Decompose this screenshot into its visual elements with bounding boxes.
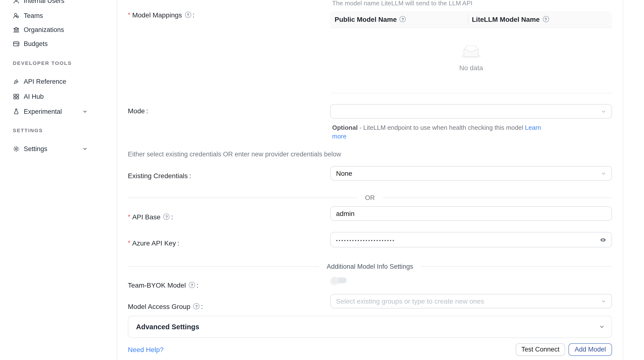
azure-api-key-label: * Azure API Key : bbox=[128, 239, 179, 247]
model-access-group-select[interactable]: Select existing groups or type to create… bbox=[330, 294, 612, 308]
chevron-down-icon bbox=[599, 324, 605, 330]
mode-help-text: Optional - LiteLLM endpoint to use when … bbox=[332, 124, 541, 140]
model-access-group-label: Model Access Group ? : bbox=[128, 302, 203, 310]
api-base-label: * API Base ? : bbox=[128, 212, 173, 221]
help-circle-icon[interactable]: ? bbox=[542, 16, 549, 22]
chevron-down-icon bbox=[601, 109, 606, 114]
api-base-input[interactable]: admin bbox=[330, 206, 612, 221]
model-mappings-table: Public Model Name ? LiteLLM Model Name ?… bbox=[330, 11, 612, 94]
plug-icon bbox=[12, 78, 20, 85]
empty-inbox-icon bbox=[461, 45, 481, 58]
content-right-divider bbox=[623, 0, 623, 360]
existing-credentials-value: None bbox=[336, 170, 352, 177]
required-asterisk: * bbox=[128, 213, 130, 220]
sidebar-item-experimental[interactable]: Experimental bbox=[0, 104, 116, 119]
help-circle-icon[interactable]: ? bbox=[193, 303, 200, 310]
help-circle-icon[interactable]: ? bbox=[189, 282, 195, 288]
credentials-note: Either select existing credentials OR en… bbox=[128, 150, 341, 158]
grid-icon bbox=[12, 93, 20, 100]
help-circle-icon[interactable]: ? bbox=[185, 12, 191, 18]
sidebar-item-internal-users[interactable]: Internal Users bbox=[0, 0, 116, 8]
flask-icon bbox=[12, 108, 20, 115]
table-header: Public Model Name ? LiteLLM Model Name ? bbox=[330, 11, 612, 28]
team-byok-toggle[interactable] bbox=[330, 276, 347, 284]
user-icon bbox=[12, 0, 20, 4]
users-icon bbox=[12, 12, 20, 19]
chevron-down-icon bbox=[601, 171, 606, 176]
sidebar-item-budgets[interactable]: Budgets bbox=[0, 36, 116, 51]
azure-api-key-input[interactable]: •••••••••••••••••••••• bbox=[330, 232, 612, 248]
sidebar-item-ai-hub[interactable]: AI Hub bbox=[0, 89, 116, 104]
sidebar: Internal Users Teams Organizations Budge… bbox=[0, 0, 117, 360]
advanced-settings-panel[interactable]: Advanced Settings bbox=[128, 316, 612, 338]
chevron-down-icon bbox=[601, 298, 606, 304]
sidebar-item-label: API Reference bbox=[24, 78, 66, 85]
sidebar-item-label: Experimental bbox=[24, 108, 62, 115]
additional-settings-divider: Additional Model Info Settings bbox=[128, 262, 612, 270]
existing-credentials-label: Existing Credentials : bbox=[128, 172, 191, 180]
or-divider: OR bbox=[128, 194, 612, 202]
sidebar-item-label: AI Hub bbox=[24, 93, 44, 100]
test-connect-button[interactable]: Test Connect bbox=[516, 343, 565, 356]
column-divider bbox=[468, 14, 468, 24]
bank-icon bbox=[12, 26, 20, 34]
sidebar-item-organizations[interactable]: Organizations bbox=[0, 22, 116, 37]
sidebar-item-label: Teams bbox=[24, 12, 43, 19]
credit-card-icon bbox=[12, 40, 20, 48]
need-help-link[interactable]: Need Help? bbox=[128, 346, 164, 354]
mode-select[interactable] bbox=[330, 104, 612, 119]
no-data-text: No data bbox=[459, 64, 483, 72]
masked-password-value: •••••••••••••••••••••• bbox=[336, 236, 395, 243]
toggle-knob bbox=[330, 276, 338, 284]
sidebar-section-developer-tools: DEVELOPER TOOLS bbox=[13, 60, 72, 68]
add-model-button[interactable]: Add Model bbox=[568, 343, 612, 356]
sidebar-item-label: Internal Users bbox=[24, 0, 64, 4]
help-circle-icon[interactable]: ? bbox=[164, 214, 170, 220]
chevron-down-icon bbox=[82, 109, 88, 114]
required-asterisk: * bbox=[128, 239, 130, 246]
sidebar-item-label: Settings bbox=[24, 145, 48, 152]
required-asterisk: * bbox=[128, 11, 130, 18]
advanced-settings-title: Advanced Settings bbox=[136, 323, 199, 331]
mode-label: Mode : bbox=[128, 106, 148, 115]
column-litellm-model-name: LiteLLM Model Name ? bbox=[468, 11, 549, 27]
sidebar-item-api-reference[interactable]: API Reference bbox=[0, 74, 116, 89]
model-name-help-text: The model name LiteLLM will send to the … bbox=[332, 0, 472, 7]
sidebar-item-label: Budgets bbox=[24, 40, 48, 48]
model-access-group-placeholder: Select existing groups or type to create… bbox=[336, 297, 484, 305]
app-viewport: Internal Users Teams Organizations Budge… bbox=[0, 0, 644, 360]
eye-icon[interactable] bbox=[599, 236, 607, 243]
sidebar-item-teams[interactable]: Teams bbox=[0, 8, 116, 23]
learn-more-link[interactable]: Learn bbox=[525, 124, 541, 131]
team-byok-label: Team-BYOK Model ? : bbox=[128, 281, 198, 289]
column-public-model-name: Public Model Name ? bbox=[330, 11, 468, 27]
sidebar-item-settings[interactable]: Settings bbox=[0, 142, 116, 156]
learn-more-link[interactable]: more bbox=[332, 132, 346, 140]
existing-credentials-select[interactable]: None bbox=[330, 166, 612, 180]
table-empty-state: No data bbox=[330, 28, 612, 94]
sidebar-section-settings: SETTINGS bbox=[13, 127, 43, 135]
help-circle-icon[interactable]: ? bbox=[400, 16, 406, 22]
chevron-down-icon bbox=[82, 146, 88, 152]
api-base-value: admin bbox=[336, 210, 354, 218]
model-mappings-label: * Model Mappings ? : bbox=[128, 11, 194, 19]
gear-icon bbox=[12, 145, 20, 152]
sidebar-item-label: Organizations bbox=[24, 26, 64, 34]
